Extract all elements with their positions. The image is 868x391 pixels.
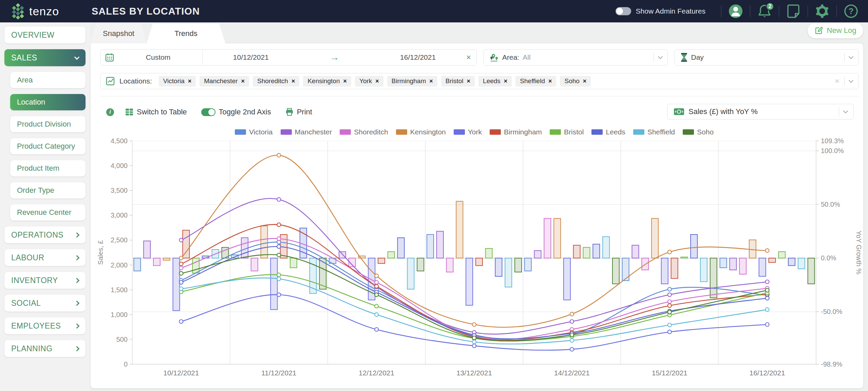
toggle-on-icon[interactable] xyxy=(201,108,215,116)
divider xyxy=(839,107,839,116)
granularity-select[interactable]: Day xyxy=(675,49,859,66)
date-to-value[interactable]: 16/12/2021 xyxy=(400,53,436,61)
area-select[interactable]: Area: All xyxy=(484,49,668,66)
location-chip-manchester[interactable]: Manchester× xyxy=(200,76,249,87)
legend-item-birmingham[interactable]: Birmingham xyxy=(490,128,542,136)
new-log-button[interactable]: New Log xyxy=(808,23,863,38)
print-label: Print xyxy=(297,108,312,116)
tab-snapshot[interactable]: Snapshot xyxy=(91,24,147,43)
sidebar-item-employees[interactable]: EMPLOYEES xyxy=(4,317,86,334)
location-chip-victoria[interactable]: Victoria× xyxy=(159,76,196,87)
sidebar-item-label: SOCIAL xyxy=(11,299,41,308)
legend-item-sheffield[interactable]: Sheffield xyxy=(633,128,675,136)
remove-location-icon[interactable]: × xyxy=(188,78,192,85)
legend-item-leeds[interactable]: Leeds xyxy=(591,128,625,136)
location-chips: Victoria×Manchester×Shoreditch×Kensingto… xyxy=(159,76,830,87)
remove-location-icon[interactable]: × xyxy=(343,78,347,85)
help-button[interactable]: ? xyxy=(844,4,858,19)
notes-button[interactable] xyxy=(786,4,801,19)
locations-filter[interactable]: Locations: Victoria×Manchester×Shoreditc… xyxy=(100,73,858,89)
banknote-icon xyxy=(674,108,684,115)
toggle-2nd-axis[interactable]: Toggle 2nd Axis xyxy=(201,108,271,116)
location-chip-sheffield[interactable]: Sheffield× xyxy=(515,76,556,87)
area-label: Area: xyxy=(502,53,519,61)
legend-item-york[interactable]: York xyxy=(454,128,482,136)
location-chip-shoreditch[interactable]: Shoreditch× xyxy=(253,76,299,87)
metric-select[interactable]: Sales (£) with YoY % xyxy=(667,104,854,119)
sidebar-item-operations[interactable]: OPERATIONS xyxy=(4,226,86,243)
location-chip-birmingham[interactable]: Birmingham× xyxy=(387,76,437,87)
location-chip-leeds[interactable]: Leeds× xyxy=(478,76,512,87)
location-chip-soho[interactable]: Soho× xyxy=(560,76,591,87)
calendar-icon xyxy=(105,53,114,62)
toggle-off-icon[interactable] xyxy=(616,7,631,15)
legend-item-bristol[interactable]: Bristol xyxy=(550,128,584,136)
sidebar-item-overview[interactable]: OVERVIEW xyxy=(4,26,86,43)
legend-label: Shoreditch xyxy=(354,128,388,136)
sidebar-item-social[interactable]: SOCIAL xyxy=(4,295,86,312)
divider xyxy=(100,96,858,96)
content-card: Custom 10/12/2021 → 16/12/2021 × Area: A… xyxy=(91,43,863,388)
remove-location-icon[interactable]: × xyxy=(241,78,245,85)
legend-item-manchester[interactable]: Manchester xyxy=(281,128,332,136)
sidebar-item-inventory[interactable]: INVENTORY xyxy=(4,272,86,289)
sidebar-item-location[interactable]: Location xyxy=(10,94,86,110)
chevron-down-icon[interactable] xyxy=(849,78,853,82)
legend-item-shoreditch[interactable]: Shoreditch xyxy=(340,128,388,136)
clear-locations-icon[interactable]: × xyxy=(835,76,839,86)
legend-label: Sheffield xyxy=(647,128,675,136)
remove-location-icon[interactable]: × xyxy=(375,78,379,85)
location-chip-york[interactable]: York× xyxy=(355,76,383,87)
remove-location-icon[interactable]: × xyxy=(429,78,433,85)
location-chip-kensington[interactable]: Kensington× xyxy=(303,76,351,87)
remove-location-icon[interactable]: × xyxy=(504,78,508,85)
date-from-value[interactable]: 10/12/2021 xyxy=(233,53,269,61)
sidebar-item-product-item[interactable]: Product Item xyxy=(10,160,86,176)
remove-location-icon[interactable]: × xyxy=(291,78,295,85)
sidebar-item-product-category[interactable]: Product Category xyxy=(10,138,86,154)
note-icon xyxy=(787,4,800,18)
tab-trends[interactable]: Trends xyxy=(147,24,225,43)
notifications-button[interactable]: 2 xyxy=(757,4,772,19)
date-preset-value[interactable]: Custom xyxy=(114,53,202,61)
sidebar-item-sales[interactable]: SALES xyxy=(4,49,86,66)
chevron-down-icon[interactable] xyxy=(843,108,848,113)
legend-item-kensington[interactable]: Kensington xyxy=(396,128,446,136)
print-button[interactable]: Print xyxy=(285,108,312,116)
legend-swatch xyxy=(550,129,561,135)
location-chip-bristol[interactable]: Bristol× xyxy=(441,76,475,87)
chevron-right-icon xyxy=(74,278,80,283)
settings-button[interactable] xyxy=(815,4,830,19)
info-icon[interactable]: i xyxy=(106,108,114,116)
divider xyxy=(844,53,845,62)
sidebar-item-product-division[interactable]: Product Division xyxy=(10,116,86,132)
remove-location-icon[interactable]: × xyxy=(583,78,587,85)
sidebar-item-labour[interactable]: LABOUR xyxy=(4,249,86,266)
sidebar-item-order-type[interactable]: Order Type xyxy=(10,182,86,199)
legend-item-victoria[interactable]: Victoria xyxy=(235,128,273,136)
sidebar-item-revenue-center[interactable]: Revenue Center xyxy=(10,204,86,221)
clear-dates-icon[interactable]: × xyxy=(466,53,471,62)
admin-features-toggle[interactable]: Show Admin Features xyxy=(616,7,705,15)
location-chip-label: Victoria xyxy=(163,77,185,85)
switch-to-table-button[interactable]: Switch to Table xyxy=(125,108,187,116)
chevron-down-icon[interactable] xyxy=(658,54,662,59)
tenzo-logo[interactable]: tenzo xyxy=(10,2,81,21)
locations-label: Locations: xyxy=(119,77,152,85)
chevron-down-icon[interactable] xyxy=(849,54,853,59)
legend-item-soho[interactable]: Soho xyxy=(683,128,714,136)
user-avatar-button[interactable] xyxy=(728,4,743,19)
location-chip-label: Soho xyxy=(564,77,579,85)
tab-label: Snapshot xyxy=(103,29,134,38)
remove-location-icon[interactable]: × xyxy=(548,78,552,85)
chevron-right-icon xyxy=(74,323,80,329)
legend-swatch xyxy=(340,129,351,135)
sidebar-item-planning[interactable]: PLANNING xyxy=(4,340,86,357)
location-chip-label: Birmingham xyxy=(392,77,426,85)
notification-count-badge: 2 xyxy=(766,2,774,11)
chevron-down-icon xyxy=(74,54,80,60)
sidebar-item-area[interactable]: Area xyxy=(10,72,86,88)
date-range-control[interactable]: Custom 10/12/2021 → 16/12/2021 × xyxy=(100,49,477,66)
sidebar-item-label: SALES xyxy=(11,53,37,62)
remove-location-icon[interactable]: × xyxy=(467,78,471,85)
